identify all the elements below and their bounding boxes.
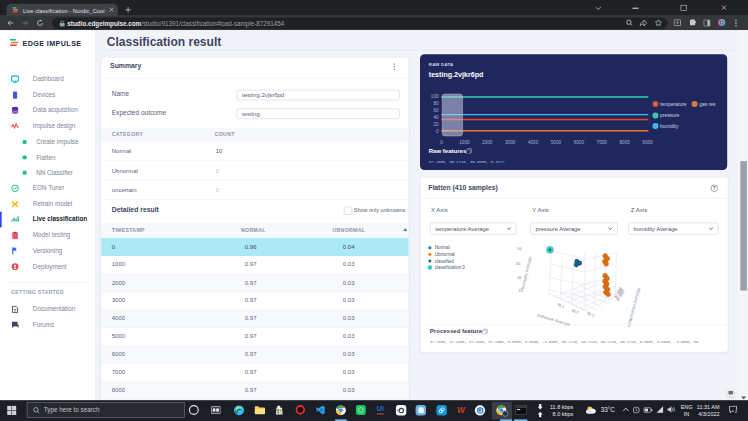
svg-text:Normal: Normal: [435, 245, 450, 250]
svg-text:8000: 8000: [619, 140, 630, 145]
svg-text:96.2: 96.2: [571, 309, 579, 316]
svg-text:9000: 9000: [642, 140, 653, 145]
svg-text:3000: 3000: [505, 140, 516, 145]
svg-text:classified: classified: [435, 259, 454, 264]
svg-text:96.3: 96.3: [586, 311, 594, 318]
svg-text:Ubnormal: Ubnormal: [435, 252, 455, 257]
svg-text:40: 40: [433, 115, 439, 120]
svg-text:100: 100: [431, 94, 439, 99]
svg-text:7000: 7000: [597, 140, 608, 145]
svg-text:humidity: humidity: [660, 124, 679, 129]
svg-text:temperature Average: temperature Average: [626, 286, 642, 327]
svg-text:1000: 1000: [459, 140, 470, 145]
svg-text:humidity Average: humidity Average: [520, 255, 533, 289]
svg-text:45: 45: [516, 261, 521, 266]
svg-text:50: 50: [517, 246, 522, 251]
svg-text:60: 60: [433, 108, 439, 113]
svg-text:temperature: temperature: [660, 102, 687, 107]
svg-text:20: 20: [433, 122, 439, 127]
svg-text:2000: 2000: [482, 140, 493, 145]
svg-text:pressure: pressure: [660, 113, 679, 118]
svg-text:pressure Average: pressure Average: [537, 312, 572, 327]
svg-text:6000: 6000: [574, 140, 585, 145]
svg-text:0: 0: [440, 140, 443, 145]
svg-text:5000: 5000: [551, 140, 562, 145]
svg-text:classification 0: classification 0: [435, 265, 466, 270]
svg-text:gas res: gas res: [699, 102, 716, 107]
svg-text:80: 80: [433, 101, 439, 106]
svg-text:96.1: 96.1: [557, 303, 565, 310]
svg-text:4000: 4000: [528, 140, 539, 145]
svg-text:0: 0: [436, 129, 439, 134]
